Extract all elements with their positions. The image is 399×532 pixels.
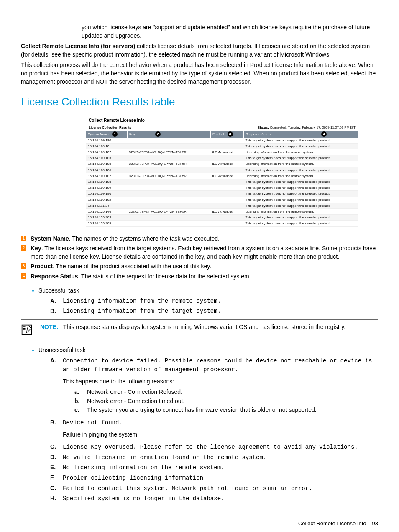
table-cell: 15.154.109.180	[86, 138, 128, 144]
item-text: Network error - Connection Refused.	[87, 388, 182, 396]
reason-sublist: a.Network error - Connection Refused.b.N…	[63, 388, 378, 414]
th-label: System Name	[88, 132, 109, 136]
scr-title: Collect Remote License Info	[86, 116, 358, 124]
table-cell: 15.154.111.24	[86, 203, 128, 208]
item-text-mono: No valid licensing information found on …	[63, 454, 266, 461]
callout-item: 4Response Status. The status of the requ…	[21, 272, 378, 281]
intro-p3: This collection process will do the corr…	[21, 61, 378, 86]
table-cell: This target system does not support the …	[244, 167, 358, 173]
callout-title: Response Status	[31, 273, 78, 280]
list-item: c.The system you are trying to connect h…	[74, 406, 378, 414]
table-cell: 323K3-78P34-MCLDQ-LPY2N-TSH5R	[128, 149, 211, 155]
intro-block: you which license keys are "support and …	[82, 23, 378, 40]
table-cell	[211, 167, 244, 173]
table-cell: This target system does not support the …	[244, 221, 358, 226]
table-cell: Licensing information from the remote sy…	[244, 161, 358, 167]
scr-subtitle-left: License Collection Results	[89, 125, 131, 130]
list-item: D.No valid licensing information found o…	[50, 453, 378, 462]
table-cell: 15.154.126.208	[86, 215, 128, 221]
table-cell: iLO Advanced	[211, 208, 244, 214]
table-cell: 15.154.126.146	[86, 208, 128, 214]
note-text: This response status displays for system…	[63, 324, 345, 330]
item-text-mono: Failed to contact this system. Network p…	[63, 485, 312, 492]
table-row: 15.154.109.183This target system does no…	[86, 155, 358, 161]
table-cell: This target system does not support the …	[244, 143, 358, 149]
callout-definitions: 1System Name. The names of the systems w…	[21, 235, 378, 281]
note-label: NOTE:	[40, 324, 59, 330]
intro-p2-bold: Collect Remote License Info (for servers…	[21, 43, 135, 49]
results-table: System Name1 Key2 Product3 Response Stat…	[86, 131, 358, 227]
item-followup: Failure in pinging the system.	[63, 431, 139, 439]
callout-number: 2	[21, 245, 26, 251]
callout-number: 4	[21, 273, 26, 279]
table-row: 15.154.109.180This target system does no…	[86, 138, 358, 144]
table-cell	[128, 203, 211, 208]
table-row: 15.154.126.208This target system does no…	[86, 215, 358, 221]
successful-label: Successful task	[38, 287, 79, 294]
table-cell: 323K3-78P34-MCLDQ-LPY2N-TSH5R	[128, 173, 211, 179]
item-text-mono: Device not found.	[63, 419, 123, 426]
table-cell: 15.154.109.182	[86, 149, 128, 155]
item-text-mono: License Key overused. Please refer to th…	[63, 444, 358, 450]
table-cell	[128, 185, 211, 191]
table-row: 15.154.109.186This target system does no…	[86, 167, 358, 173]
table-cell: This target system does not support the …	[244, 197, 358, 203]
callout-number: 3	[21, 263, 26, 269]
table-cell: This target system does not support the …	[244, 191, 358, 197]
table-cell	[211, 138, 244, 144]
table-cell	[211, 191, 244, 197]
table-cell: Licensing information from the remote sy…	[244, 208, 358, 214]
table-row: 15.154.126.209This target system does no…	[86, 221, 358, 226]
item-marker: a.	[74, 388, 87, 396]
table-cell: This target system does not support the …	[244, 185, 358, 191]
callout-item: 2Key. The license keys received from the…	[21, 244, 378, 261]
item-text: The system you are trying to connect has…	[87, 406, 317, 414]
table-cell: 15.154.109.183	[86, 155, 128, 161]
successful-task-list: Successful task A.Licensing information …	[21, 287, 378, 316]
scr-status-label: Status:	[258, 126, 269, 129]
table-cell: iLO Advanced	[211, 173, 244, 179]
callout-number: 1	[21, 236, 26, 241]
table-row: 15.154.111.24This target system does not…	[86, 203, 358, 208]
list-item: C.License Key overused. Please refer to …	[50, 443, 378, 452]
note-block: NOTE: This response status displays for …	[21, 319, 378, 342]
th-label: Response Status	[246, 132, 271, 136]
list-item: B.Licensing information from the target …	[50, 307, 378, 316]
successful-sublist: A.Licensing information from the remote …	[38, 297, 378, 315]
th-response: Response Status4	[244, 131, 358, 138]
table-cell	[211, 179, 244, 185]
table-cell	[128, 197, 211, 203]
th-system-name: System Name1	[86, 131, 128, 138]
th-key: Key2	[128, 131, 211, 138]
list-item: A. Connection to device failed. Possible…	[50, 357, 378, 416]
table-cell: Licensing information from the remote sy…	[244, 173, 358, 179]
item-text: Network error - Connection timed out.	[87, 397, 184, 406]
callout-3: 3	[228, 131, 233, 137]
table-cell: This target system does not support the …	[244, 179, 358, 185]
th-label: Key	[129, 132, 135, 136]
item-text-mono: Specified system is no longer in the dat…	[63, 495, 224, 502]
item-marker: C.	[50, 443, 63, 452]
table-cell: iLO Advanced	[211, 161, 244, 167]
item-marker: B.	[50, 307, 63, 316]
table-cell: This target system does not support the …	[244, 138, 358, 144]
table-cell: 15.154.109.186	[86, 167, 128, 173]
callout-text: . The license keys received from the tar…	[31, 245, 376, 260]
table-cell: iLO Advanced	[211, 149, 244, 155]
intro-p2: Collect Remote License Info (for servers…	[21, 42, 378, 59]
table-cell: This target system does not support the …	[244, 215, 358, 221]
table-cell	[211, 197, 244, 203]
th-label: Product	[212, 132, 224, 136]
item-text-mono: Problem collecting licensing information…	[63, 475, 207, 481]
note-text-wrap: NOTE: This response status displays for …	[40, 323, 345, 338]
item-followup: This happens due to the following reason…	[63, 378, 378, 386]
section-heading: License Collection Results table	[21, 94, 378, 109]
list-item: H.Specified system is no longer in the d…	[50, 494, 378, 503]
page-number: 93	[372, 520, 378, 527]
callout-title: Key	[31, 245, 41, 252]
page-footer: Collect Remote License Info 93	[21, 520, 378, 527]
table-cell	[128, 167, 211, 173]
table-cell	[128, 155, 211, 161]
item-marker: c.	[74, 406, 87, 414]
table-cell	[211, 221, 244, 226]
